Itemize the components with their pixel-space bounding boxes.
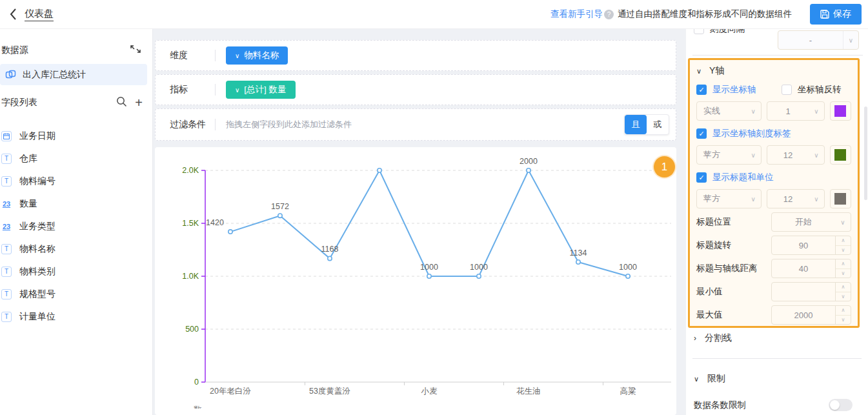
y-axis-setting-row: 最小值 ∧∨ — [696, 282, 851, 301]
scrollbar-thumb[interactable] — [864, 106, 867, 200]
field-list-item[interactable]: T 仓库 — [0, 147, 147, 170]
field-label: 物料编号 — [19, 176, 56, 187]
number-field-icon: 23 — [1, 199, 12, 209]
chevron-down-icon: ∨ — [696, 67, 701, 76]
datasource-item[interactable]: 出入库汇总统计 — [0, 64, 147, 85]
spin-down-icon[interactable]: ∨ — [836, 316, 851, 325]
back-icon[interactable] — [5, 6, 21, 22]
chevron-down-icon: ∨ — [809, 108, 824, 115]
show-title-checkbox[interactable] — [696, 172, 707, 183]
header-subtitle: 通过自由搭配维度和指标形成不同的数据组件 — [618, 8, 792, 20]
divider — [215, 50, 216, 61]
field-list-item[interactable]: T 计量单位 — [0, 305, 147, 328]
divider — [692, 358, 862, 359]
title-size-select[interactable]: 12∨ — [767, 189, 825, 208]
field-list-item[interactable]: 业务日期 — [0, 125, 147, 147]
left-sidebar: 数据源 出入库汇总统计 字段列表 + 业务日期 T 仓库 T 物料编号 — [0, 29, 153, 415]
svg-text:1000: 1000 — [420, 263, 438, 272]
axis-reverse-label: 坐标轴反转 — [798, 84, 842, 96]
setting-select[interactable]: 开始∨ — [771, 212, 851, 232]
text-field-icon: T — [1, 244, 12, 254]
metric-pill[interactable]: ∨ [总计] 数量 — [226, 81, 296, 99]
svg-text:花生油: 花生油 — [516, 387, 541, 396]
page-title[interactable]: 仪表盘 — [25, 8, 54, 21]
tick-color-picker[interactable] — [830, 145, 851, 165]
y-axis-section-header[interactable]: ∨ Y轴 — [696, 65, 851, 77]
or-button[interactable]: 或 — [647, 115, 669, 134]
filter-placeholder: 拖拽左侧字段到此处添加过滤条件 — [226, 119, 352, 130]
filter-label: 过滤条件 — [156, 119, 215, 130]
spin-down-icon[interactable]: ∨ — [836, 246, 851, 255]
spin-up-icon[interactable]: ∧ — [836, 259, 851, 269]
svg-text:1000: 1000 — [619, 263, 637, 272]
spin-up-icon[interactable]: ∧ — [836, 236, 851, 246]
svg-text:1.5K: 1.5K — [182, 219, 199, 228]
tick-font-select[interactable]: 苹方∨ — [696, 145, 762, 165]
limit-toggle-off[interactable] — [829, 399, 853, 411]
show-tick-labels-checkbox[interactable] — [696, 128, 707, 139]
setting-label: 最大值 — [696, 309, 771, 321]
tick-size-select[interactable]: 12∨ — [767, 145, 825, 165]
axis-title-clipped: 数 — [194, 405, 204, 409]
field-list-item[interactable]: 23 业务类型 — [0, 215, 147, 238]
filter-row: 过滤条件 拖拽左侧字段到此处添加过滤条件 且 或 — [155, 108, 676, 141]
field-list-item[interactable]: T 物料名称 — [0, 238, 147, 260]
setting-number-input[interactable]: 90∧∨ — [771, 236, 851, 255]
field-list-item[interactable]: T 规格型号 — [0, 283, 147, 305]
spin-down-icon[interactable]: ∨ — [836, 269, 851, 278]
field-list-item[interactable]: T 物料编号 — [0, 170, 147, 192]
dimension-label: 维度 — [156, 50, 215, 61]
setting-number-input[interactable]: 40∧∨ — [771, 259, 851, 278]
and-button[interactable]: 且 — [625, 115, 647, 134]
datasource-title: 数据源 — [1, 45, 28, 56]
svg-text:500: 500 — [185, 325, 199, 334]
add-field-icon[interactable]: + — [135, 96, 143, 109]
divider — [215, 119, 216, 130]
axis-reverse-checkbox[interactable] — [782, 85, 792, 95]
spin-down-icon[interactable]: ∨ — [836, 292, 851, 301]
text-field-icon: T — [1, 312, 12, 322]
title-color-picker[interactable] — [830, 189, 851, 208]
axis-line-width-select[interactable]: 1∨ — [767, 101, 825, 121]
setting-number-input[interactable]: ∧∨ — [771, 282, 851, 301]
tick-interval-select[interactable]: - ∨ — [778, 30, 859, 50]
axis-line-color-picker[interactable] — [830, 101, 851, 121]
chevron-down-icon: ∨ — [809, 196, 824, 203]
toggle-knob — [830, 400, 840, 410]
metric-label: 指标 — [156, 84, 215, 96]
switch-datasource-icon[interactable] — [130, 43, 141, 57]
help-icon[interactable]: ? — [604, 10, 614, 19]
save-button[interactable]: 保存 — [810, 4, 862, 25]
line-chart[interactable]: 05001.0K1.5K2.0K142015721168100010002000… — [155, 147, 676, 415]
split-line-section-header[interactable]: › 分割线 — [694, 332, 860, 344]
dimension-pill[interactable]: ∨ 物料名称 — [226, 46, 288, 65]
y-axis-setting-row: 标题与轴线距离 40∧∨ — [696, 259, 851, 278]
guide-link[interactable]: 查看新手引导 — [550, 8, 603, 20]
show-axis-checkbox[interactable] — [696, 85, 707, 95]
save-icon — [820, 10, 829, 19]
search-icon[interactable] — [116, 96, 127, 109]
svg-text:小麦: 小麦 — [421, 387, 438, 396]
and-or-toggle: 且 或 — [624, 114, 669, 135]
svg-text:1000: 1000 — [470, 263, 488, 272]
chevron-down-icon: ∨ — [745, 196, 761, 203]
svg-text:1420: 1420 — [206, 218, 224, 227]
step-1-badge: 1 — [654, 156, 675, 177]
setting-label: 标题位置 — [696, 216, 771, 228]
setting-number-input[interactable]: 2000∧∨ — [771, 305, 851, 325]
chart-card: 05001.0K1.5K2.0K142015721168100010002000… — [155, 147, 676, 415]
limit-section-header[interactable]: ∨ 限制 — [694, 373, 860, 385]
axis-line-style-select[interactable]: 实线∨ — [696, 101, 762, 121]
text-field-icon: T — [1, 267, 12, 277]
y-axis-section: ∨ Y轴 显示坐标轴 坐标轴反转 实线∨ 1∨ 显示坐标轴刻度标签 — [688, 58, 860, 328]
text-field-icon: T — [1, 176, 12, 187]
chevron-down-icon: ∨ — [745, 152, 761, 159]
chevron-down-icon: ∨ — [694, 375, 699, 383]
field-list-title: 字段列表 — [1, 97, 37, 108]
spin-up-icon[interactable]: ∧ — [836, 306, 851, 316]
y-axis-setting-row: 标题旋转 90∧∨ — [696, 236, 851, 255]
field-list-item[interactable]: T 物料类别 — [0, 260, 147, 283]
spin-up-icon[interactable]: ∧ — [836, 283, 851, 292]
title-font-select[interactable]: 苹方∨ — [696, 189, 762, 208]
field-list-item[interactable]: 23 数量 — [0, 192, 147, 215]
